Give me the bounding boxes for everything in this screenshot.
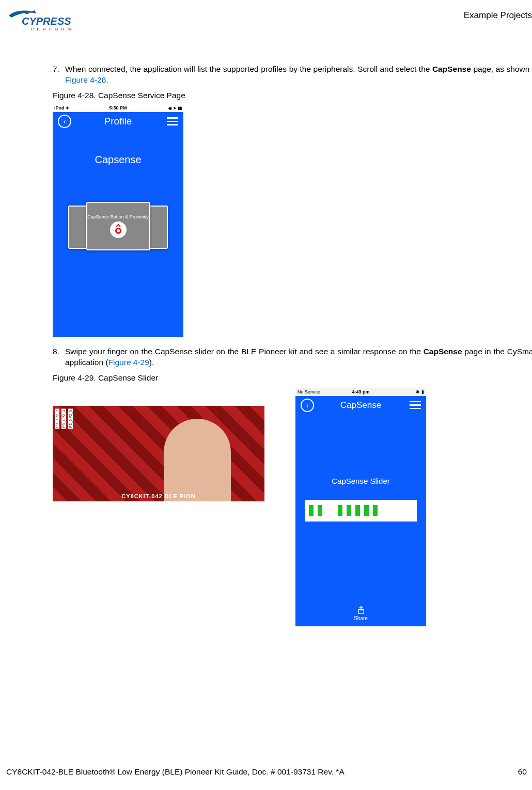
slider-segment (347, 505, 351, 516)
text-bold: CapSense (424, 347, 462, 356)
logo-text: CYPRESS (22, 15, 71, 27)
nav-bar: ‹ Profile (53, 112, 183, 131)
status-time: 5:50 PM (53, 105, 183, 110)
slider-segment (309, 505, 314, 516)
phone-capsense-slider: No Service 4:43 pm ✱ ▮ ‹ CapSense CapSen… (295, 388, 426, 626)
slider-segment (355, 505, 360, 516)
finger (164, 419, 231, 501)
menu-icon[interactable] (410, 401, 421, 409)
step-text: When connected, the application will lis… (65, 64, 532, 86)
figure-link[interactable]: Figure 4-28 (65, 75, 106, 84)
step-text: Swipe your finger on the CapSense slider… (65, 346, 532, 368)
back-icon[interactable]: ‹ (301, 399, 314, 412)
share-button[interactable]: Share (295, 605, 426, 621)
step-7: 7. When connected, the application will … (53, 64, 532, 86)
card-capsense[interactable]: CapSense Button & Proximity (86, 202, 150, 250)
nav-bar: ‹ CapSense (295, 396, 426, 415)
text: . (106, 75, 108, 84)
footer-page-number: 60 (518, 767, 527, 777)
nav-title: Profile (53, 116, 183, 127)
text: When connected, the application will lis… (65, 65, 432, 73)
section-title: Example Projects (464, 6, 532, 21)
figure-caption: Figure 4-28. CapSense Service Page (53, 91, 532, 100)
slider-heading: CapSense Slider (295, 415, 426, 485)
slider-segment (318, 505, 322, 516)
gpio-labels: P3_3|P2_3 P3_4|P2_4 P3_5|P2_5 (55, 409, 73, 429)
nav-title: CapSense (295, 400, 426, 410)
step-number: 8. (53, 346, 65, 368)
step-8: 8. Swipe your finger on the CapSense sli… (53, 346, 532, 368)
card-carousel[interactable]: CapSense Button & Proximity (53, 198, 183, 255)
menu-icon[interactable] (167, 117, 178, 125)
cypress-logo: CYPRESS P E R F O R M (6, 6, 76, 33)
capsense-icon (110, 222, 127, 238)
back-icon[interactable]: ‹ (58, 115, 71, 128)
footer-doc-id: CY8CKIT-042-BLE Bluetooth® Low Energy (B… (6, 767, 345, 777)
board-silkscreen: CY8CKIT-042 BLE PION (53, 493, 264, 499)
page-footer: CY8CKIT-042-BLE Bluetooth® Low Energy (B… (6, 767, 532, 777)
share-label: Share (354, 615, 368, 621)
status-bar: No Service 4:43 pm ✱ ▮ (295, 388, 426, 396)
text: Swipe your finger on the CapSense slider… (65, 347, 424, 356)
figure-caption: Figure 4-29. CapSense Slider (53, 373, 532, 383)
card-label: CapSense Button & Proximity (87, 214, 149, 219)
text: ). (149, 358, 154, 367)
profile-heading: Capsense (53, 131, 183, 166)
figure-link[interactable]: Figure 4-29 (108, 358, 149, 367)
status-bar: iPod ✶ 5:50 PM ◉ ➤ ▮▮ (53, 104, 183, 112)
text: page, as shown in (471, 65, 532, 73)
text-bold: CapSense (432, 65, 471, 73)
figure-4-28: iPod ✶ 5:50 PM ◉ ➤ ▮▮ ‹ Profile Capsense… (53, 104, 183, 337)
logo-subtext: P E R F O R M (31, 27, 72, 31)
figure-4-29: P3_3|P2_3 P3_4|P2_4 P3_5|P2_5 CY8CKIT-04… (53, 388, 532, 626)
board-photo: P3_3|P2_3 P3_4|P2_4 P3_5|P2_5 CY8CKIT-04… (53, 406, 264, 501)
svg-point-0 (24, 11, 29, 14)
slider-segment (373, 505, 378, 516)
slider-segment (364, 505, 369, 516)
slider-segment (338, 505, 342, 516)
status-time: 4:43 pm (295, 389, 426, 394)
svg-point-2 (117, 229, 120, 232)
step-number: 7. (53, 64, 65, 86)
slider-readout (305, 500, 417, 522)
